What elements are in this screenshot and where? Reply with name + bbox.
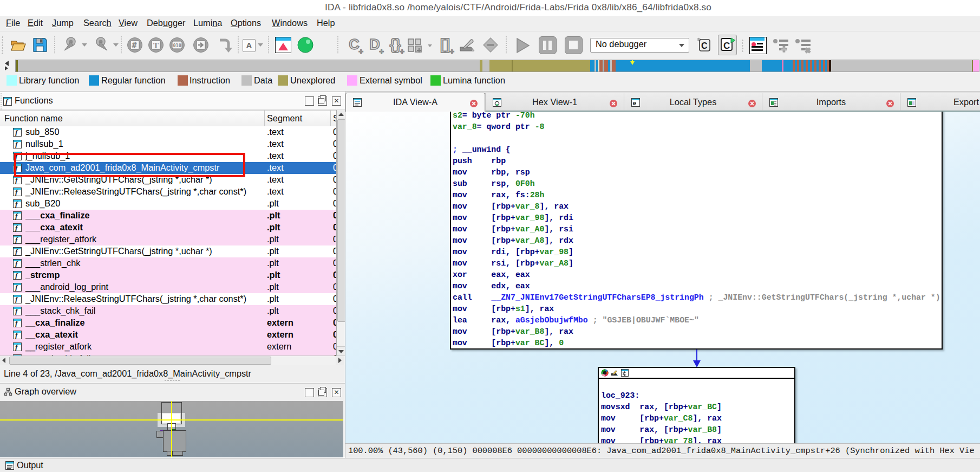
svg-text:#: # — [132, 41, 137, 50]
svg-text:C: C — [723, 41, 730, 51]
svg-text:C: C — [701, 41, 708, 50]
svg-text:010: 010 — [173, 43, 181, 48]
svg-text:T: T — [153, 41, 159, 50]
